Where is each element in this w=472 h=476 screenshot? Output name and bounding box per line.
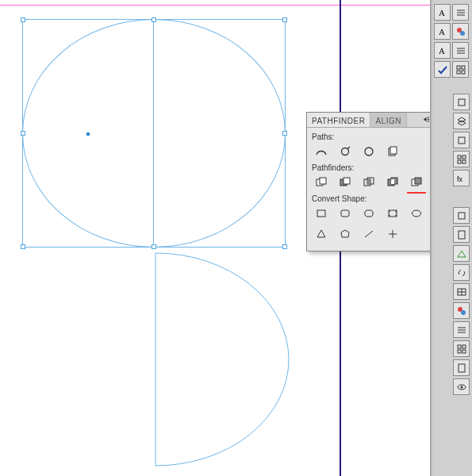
svg-rect-47 <box>458 160 461 163</box>
resize-handle-se[interactable] <box>282 244 287 249</box>
svg-marker-42 <box>458 117 466 122</box>
links-panel-icon[interactable] <box>453 264 470 281</box>
text-wrap-icon[interactable] <box>453 226 470 243</box>
svg-rect-6 <box>320 178 326 184</box>
paths-label: Paths: <box>312 132 428 141</box>
svg-rect-44 <box>459 137 465 144</box>
preflight-icon[interactable] <box>453 245 470 262</box>
layers-panel-icon[interactable] <box>453 113 470 129</box>
svg-rect-39 <box>457 71 460 74</box>
svg-rect-18 <box>341 210 349 217</box>
transform-panel-icon[interactable] <box>453 132 470 148</box>
pathfinder-panel[interactable]: PATHFINDER ALIGN Paths: Pathfinders: <box>306 112 433 251</box>
glyphs-icon[interactable]: A <box>434 23 451 40</box>
convert-polygon-button[interactable] <box>336 225 355 243</box>
svg-marker-43 <box>458 121 466 125</box>
convert-line-button[interactable] <box>359 225 378 243</box>
svg-rect-48 <box>462 160 466 163</box>
svg-marker-22 <box>341 230 349 237</box>
svg-rect-50 <box>459 213 465 219</box>
resize-handle-sw[interactable] <box>21 244 25 249</box>
opentype-icon[interactable] <box>434 61 451 78</box>
resize-handle-ne[interactable] <box>282 17 287 22</box>
resize-handle-w[interactable] <box>21 131 25 136</box>
svg-rect-64 <box>462 350 466 353</box>
svg-rect-63 <box>458 350 461 353</box>
svg-rect-38 <box>462 66 465 69</box>
convert-orthogonal-line-button[interactable] <box>383 225 402 243</box>
svg-rect-62 <box>462 345 466 348</box>
swatches-icon[interactable] <box>452 23 469 40</box>
svg-rect-37 <box>457 66 460 69</box>
highlight-underline-icon <box>407 192 426 194</box>
svg-point-20 <box>413 210 421 217</box>
svg-rect-40 <box>462 71 465 74</box>
tabs-icon[interactable] <box>452 42 469 59</box>
svg-rect-46 <box>462 155 466 159</box>
navigator-icon[interactable] <box>453 378 470 395</box>
right-dock: AAA fx <box>430 0 472 476</box>
convert-shape-label: Convert Shape: <box>312 194 428 203</box>
separations-icon[interactable] <box>453 321 470 338</box>
reverse-path-button[interactable] <box>383 143 402 160</box>
svg-rect-17 <box>317 210 325 217</box>
table-panel-icon[interactable] <box>453 283 470 300</box>
join-path-button[interactable] <box>312 143 331 160</box>
svg-text:A: A <box>439 8 445 17</box>
svg-line-1 <box>347 147 350 149</box>
svg-rect-61 <box>458 345 461 348</box>
svg-marker-52 <box>458 251 466 257</box>
svg-text:A: A <box>439 46 445 56</box>
open-path-button[interactable] <box>336 143 355 160</box>
tab-pathfinder[interactable]: PATHFINDER <box>307 113 370 127</box>
panel-tabs: PATHFINDER ALIGN <box>307 113 432 128</box>
svg-marker-21 <box>317 230 325 237</box>
flattener-icon[interactable] <box>453 340 470 357</box>
svg-rect-11 <box>367 179 370 184</box>
color-panel-icon[interactable] <box>453 302 470 319</box>
pages-panel-icon[interactable] <box>453 359 470 376</box>
char-styles-icon[interactable]: A <box>434 42 451 59</box>
effects-panel-icon[interactable]: fx <box>453 170 470 186</box>
trap-panel-icon[interactable] <box>453 207 470 224</box>
svg-marker-19 <box>365 210 373 217</box>
grid-icon[interactable] <box>452 61 469 78</box>
subtract-button[interactable] <box>336 174 355 191</box>
add-button[interactable] <box>312 174 331 191</box>
half-d-path[interactable] <box>155 252 290 466</box>
transparency-panel-icon[interactable] <box>453 151 470 167</box>
svg-rect-65 <box>459 364 465 372</box>
anchor-bottom[interactable] <box>152 244 156 249</box>
selection-bounding-box[interactable] <box>22 19 286 248</box>
pathfinders-label: Pathfinders: <box>312 163 428 172</box>
svg-rect-45 <box>458 155 461 159</box>
exclude-button[interactable] <box>383 174 402 191</box>
resize-handle-nw[interactable] <box>21 17 25 22</box>
svg-rect-4 <box>390 147 397 154</box>
intersect-button[interactable] <box>359 174 378 191</box>
minus-back-button[interactable] <box>407 174 426 191</box>
panel-body: Paths: Pathfinders: <box>307 128 432 251</box>
svg-rect-51 <box>459 231 465 239</box>
character-panel-icon[interactable]: A <box>434 4 451 21</box>
tab-align[interactable]: ALIGN <box>370 113 407 127</box>
convert-inverse-rounded-button[interactable] <box>383 205 402 222</box>
svg-rect-14 <box>391 179 394 184</box>
svg-line-23 <box>365 231 373 237</box>
pathfinder-panel-icon[interactable] <box>453 94 470 110</box>
svg-point-32 <box>460 31 465 36</box>
convert-ellipse-button[interactable] <box>407 205 426 222</box>
close-path-button[interactable] <box>359 143 378 160</box>
svg-point-57 <box>461 310 466 315</box>
resize-handle-e[interactable] <box>282 131 287 136</box>
convert-rounded-rect-button[interactable] <box>336 205 355 222</box>
convert-rectangle-button[interactable] <box>312 205 331 222</box>
convert-triangle-button[interactable] <box>312 225 331 243</box>
horizontal-guide <box>0 5 472 6</box>
svg-rect-41 <box>459 99 465 106</box>
convert-beveled-rect-button[interactable] <box>359 205 378 222</box>
anchor-top[interactable] <box>152 17 156 22</box>
svg-text:fx: fx <box>457 175 463 183</box>
paragraph-styles-icon[interactable] <box>452 4 469 21</box>
svg-point-67 <box>460 386 462 388</box>
